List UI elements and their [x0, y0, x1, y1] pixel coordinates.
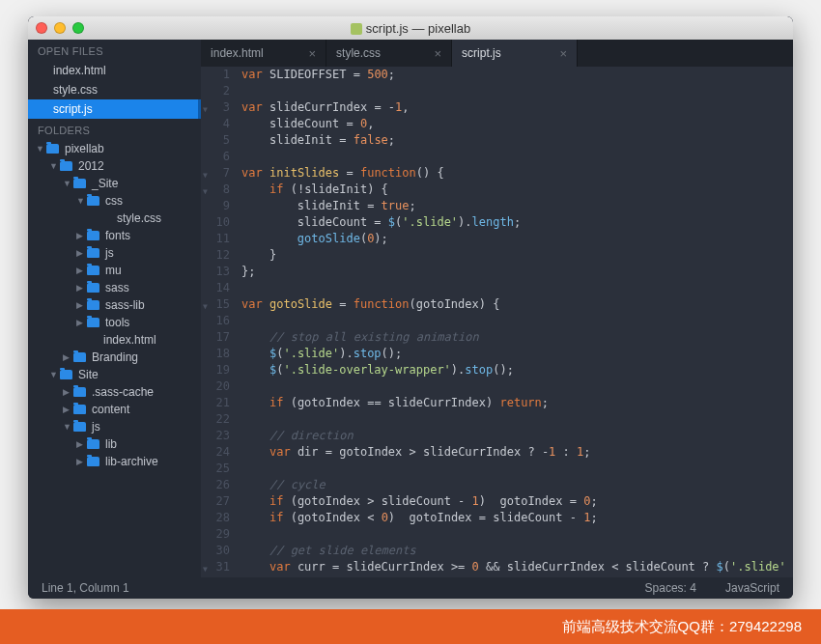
- line-number[interactable]: ▼31: [201, 559, 230, 575]
- code-line[interactable]: $('.slide-overlay-wrapper').stop();: [241, 362, 793, 378]
- folder-row[interactable]: ▶js: [28, 244, 201, 262]
- code-line[interactable]: if (!slideInit) {: [241, 182, 793, 198]
- disclosure-arrow-icon[interactable]: ▶: [63, 352, 72, 362]
- code-line[interactable]: slideCount = $('.slide').length;: [241, 214, 793, 231]
- line-number[interactable]: ▼15: [201, 296, 230, 313]
- folder-row[interactable]: ▶mu: [28, 262, 201, 279]
- code-line[interactable]: [241, 411, 793, 428]
- code-line[interactable]: [241, 378, 793, 395]
- folder-row[interactable]: ▼pixellab: [28, 140, 201, 157]
- disclosure-arrow-icon[interactable]: ▶: [63, 387, 72, 397]
- language-mode[interactable]: JavaScript: [725, 581, 779, 595]
- disclosure-arrow-icon[interactable]: ▶: [76, 300, 86, 310]
- code-line[interactable]: if (gotoIndex > slideCount - 1) gotoInde…: [241, 493, 793, 510]
- open-file-item[interactable]: index.html: [28, 61, 201, 80]
- minimize-window-icon[interactable]: [54, 22, 66, 34]
- code-line[interactable]: var slideCurrIndex = -1,: [241, 99, 793, 116]
- code-line[interactable]: }: [241, 247, 793, 264]
- line-number[interactable]: 27: [201, 493, 230, 510]
- cursor-position[interactable]: Line 1, Column 1: [42, 581, 129, 595]
- line-number[interactable]: 24: [201, 444, 230, 461]
- code-line[interactable]: [241, 526, 793, 543]
- indentation-setting[interactable]: Spaces: 4: [645, 581, 696, 595]
- folder-row[interactable]: ▶content: [28, 401, 201, 418]
- line-number[interactable]: 4: [201, 116, 230, 132]
- code-line[interactable]: slideInit = true;: [241, 198, 793, 214]
- folder-row[interactable]: ▼2012: [28, 157, 201, 175]
- folder-row[interactable]: ▶lib: [28, 435, 201, 453]
- line-number[interactable]: 17: [201, 329, 230, 346]
- code-line[interactable]: // stop all existing animation: [241, 329, 793, 346]
- code-line[interactable]: var dir = gotoIndex > slideCurrIndex ? -…: [241, 444, 793, 461]
- code-editor[interactable]: 12▼3456▼7▼891011121314▼15161718192021222…: [201, 67, 793, 577]
- line-number[interactable]: ▼3: [201, 99, 230, 116]
- line-number-gutter[interactable]: 12▼3456▼7▼891011121314▼15161718192021222…: [201, 67, 238, 577]
- line-number[interactable]: ▼7: [201, 165, 230, 182]
- code-line[interactable]: // get slide elements: [241, 543, 793, 559]
- line-number[interactable]: 14: [201, 280, 230, 296]
- disclosure-arrow-icon[interactable]: ▶: [63, 405, 72, 414]
- disclosure-arrow-icon[interactable]: ▼: [49, 161, 59, 171]
- line-number[interactable]: 21: [201, 395, 230, 411]
- folder-row[interactable]: ▶tools: [28, 314, 201, 331]
- open-file-item[interactable]: style.css: [28, 80, 201, 99]
- code-line[interactable]: [241, 83, 793, 99]
- disclosure-arrow-icon[interactable]: ▶: [76, 248, 86, 258]
- tab-close-icon[interactable]: ×: [559, 46, 567, 61]
- disclosure-arrow-icon[interactable]: ▶: [76, 318, 86, 327]
- code-line[interactable]: if (gotoIndex == slideCurrIndex) return;: [241, 395, 793, 411]
- code-line[interactable]: if (gotoIndex < 0) gotoIndex = slideCoun…: [241, 510, 793, 526]
- code-line[interactable]: var SLIDEOFFSET = 500;: [241, 67, 793, 83]
- line-number[interactable]: 32: [201, 575, 230, 577]
- disclosure-arrow-icon[interactable]: ▶: [76, 283, 86, 293]
- line-number[interactable]: ▼8: [201, 182, 230, 198]
- line-number[interactable]: 1: [201, 67, 230, 83]
- code-line[interactable]: var gotoSlide = function(gotoIndex) {: [241, 296, 793, 313]
- tab-close-icon[interactable]: ×: [308, 46, 316, 61]
- zoom-window-icon[interactable]: [72, 22, 84, 34]
- line-number[interactable]: 26: [201, 477, 230, 493]
- line-number[interactable]: 22: [201, 411, 230, 428]
- code-line[interactable]: gotoSlide(0);: [241, 231, 793, 247]
- file-row[interactable]: index.html: [28, 331, 201, 349]
- folder-row[interactable]: ▶lib-archive: [28, 453, 201, 470]
- line-number[interactable]: 28: [201, 510, 230, 526]
- disclosure-arrow-icon[interactable]: ▶: [76, 266, 86, 275]
- line-number[interactable]: 10: [201, 214, 230, 231]
- line-number[interactable]: 9: [201, 198, 230, 214]
- folder-row[interactable]: ▶sass: [28, 279, 201, 296]
- line-number[interactable]: 20: [201, 378, 230, 395]
- folder-row[interactable]: ▶fonts: [28, 227, 201, 244]
- code-content[interactable]: var SLIDEOFFSET = 500; var slideCurrInde…: [238, 67, 793, 577]
- code-line[interactable]: [241, 461, 793, 477]
- disclosure-arrow-icon[interactable]: ▼: [63, 179, 72, 188]
- folder-row[interactable]: ▶.sass-cache: [28, 383, 201, 401]
- code-line[interactable]: [241, 149, 793, 165]
- folder-row[interactable]: ▶sass-lib: [28, 296, 201, 314]
- disclosure-arrow-icon[interactable]: ▼: [36, 144, 45, 154]
- titlebar[interactable]: script.js — pixellab: [28, 16, 793, 40]
- folder-row[interactable]: ▼js: [28, 418, 201, 435]
- disclosure-arrow-icon[interactable]: ▼: [76, 196, 86, 206]
- code-line[interactable]: next = gotoIndex >= 0 && gotoIndex < sli…: [241, 575, 793, 577]
- folder-row[interactable]: ▼_Site: [28, 175, 201, 192]
- line-number[interactable]: 2: [201, 83, 230, 99]
- disclosure-arrow-icon[interactable]: ▶: [76, 457, 86, 466]
- folder-row[interactable]: ▼css: [28, 192, 201, 210]
- code-line[interactable]: var curr = slideCurrIndex >= 0 && slideC…: [241, 559, 793, 575]
- editor-tab[interactable]: index.html×: [201, 40, 326, 67]
- disclosure-arrow-icon[interactable]: ▼: [63, 422, 72, 432]
- close-window-icon[interactable]: [36, 22, 47, 34]
- disclosure-arrow-icon[interactable]: ▶: [76, 231, 86, 240]
- code-line[interactable]: var initSlides = function() {: [241, 165, 793, 182]
- disclosure-arrow-icon[interactable]: ▼: [49, 370, 59, 379]
- disclosure-arrow-icon[interactable]: ▶: [76, 439, 86, 449]
- code-line[interactable]: [241, 280, 793, 296]
- tab-close-icon[interactable]: ×: [434, 46, 441, 61]
- line-number[interactable]: 29: [201, 526, 230, 543]
- open-file-item[interactable]: script.js: [28, 99, 201, 119]
- code-line[interactable]: slideCount = 0,: [241, 116, 793, 132]
- code-line[interactable]: // cycle: [241, 477, 793, 493]
- line-number[interactable]: 23: [201, 428, 230, 444]
- folder-row[interactable]: ▶Branding: [28, 349, 201, 366]
